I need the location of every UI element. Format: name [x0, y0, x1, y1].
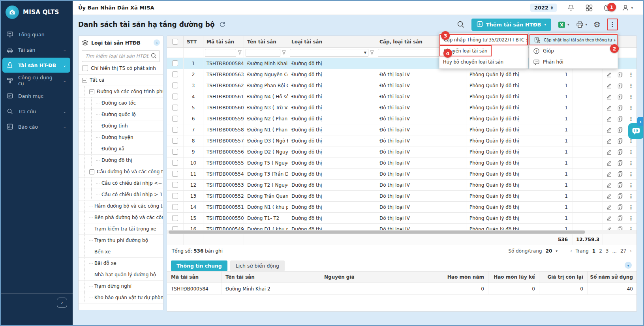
row-checkbox[interactable]	[172, 204, 178, 210]
edit-icon[interactable]	[606, 215, 612, 221]
row-more-icon[interactable]: ⋮	[628, 204, 634, 210]
menu-item-ph-n-h-i[interactable]: Phản hồi	[529, 56, 618, 67]
edit-icon[interactable]	[606, 127, 612, 133]
tree-node[interactable]: Cầu có chiều dài nhịp > 1...	[79, 189, 163, 200]
duplicate-icon[interactable]	[617, 226, 623, 230]
refresh-icon[interactable]	[219, 21, 226, 28]
sidebar-item-danh-m-c[interactable]: Danh mục	[2, 88, 70, 103]
tree-node[interactable]: Trạm thu phí đường bộ	[79, 235, 163, 246]
print-button[interactable]: ▾	[576, 21, 588, 29]
edit-icon[interactable]	[606, 226, 612, 230]
tree-node[interactable]: Đường tỉnh	[79, 120, 163, 132]
edit-icon[interactable]	[606, 71, 612, 78]
duplicate-icon[interactable]	[617, 127, 623, 133]
tree-node[interactable]: Đường đô thị	[79, 155, 163, 166]
submenu-item-h-y-b-chuy-n-lo-i-t-i-s-n[interactable]: Hủy bỏ chuyển loại tài sản	[439, 56, 528, 67]
row-checkbox[interactable]	[172, 215, 178, 221]
tree-collapse-icon[interactable]	[89, 169, 94, 174]
filter-funnel-icon[interactable]	[237, 49, 242, 56]
duplicate-icon[interactable]	[617, 138, 623, 144]
settings-gear-icon[interactable]: ⚙	[593, 21, 601, 28]
duplicate-icon[interactable]	[617, 193, 623, 199]
row-more-icon[interactable]: ⋮	[628, 116, 634, 122]
duplicate-icon[interactable]	[617, 149, 623, 155]
row-more-icon[interactable]: ⋮	[628, 105, 634, 111]
duplicate-icon[interactable]	[617, 204, 623, 210]
select-all-checkbox[interactable]	[172, 39, 178, 45]
tree-node[interactable]: Cầu có chiều dài nhịp <= ...	[79, 178, 163, 189]
sidebar-item-t-i-s-n-ht-b[interactable]: Tài sản HT-ĐB⌄	[2, 58, 70, 73]
sidebar-item-tra-c-u[interactable]: Tra cứu⌄	[2, 104, 70, 119]
horizontal-scrollbar-thumb[interactable]	[169, 230, 585, 234]
duplicate-icon[interactable]	[617, 182, 623, 188]
tree-node[interactable]: Đường xã	[79, 143, 163, 155]
duplicate-icon[interactable]	[617, 71, 623, 78]
add-asset-button[interactable]: Thêm tài sản HTĐB ▾	[471, 19, 551, 31]
row-checkbox[interactable]	[172, 138, 178, 144]
table-row[interactable]: 6TSHTĐB000559Đường N2 ( Phan Trọn...Đườn…	[167, 113, 636, 124]
tree-node[interactable]: Hầm đường bộ và các công tr...	[79, 200, 163, 212]
edit-icon[interactable]	[606, 116, 612, 122]
sidebar-item-t-i-s-n[interactable]: Tài sản⌄	[2, 42, 70, 57]
show-only-active-checkbox[interactable]	[82, 65, 88, 71]
page-number[interactable]: 3	[606, 248, 609, 254]
tree-node[interactable]: Bến phà đường bộ và các côn...	[79, 212, 163, 223]
row-more-icon[interactable]: ⋮	[628, 215, 634, 221]
tree-node[interactable]: Đường cao tốc	[79, 97, 163, 109]
duplicate-icon[interactable]	[617, 116, 623, 122]
next-page-button[interactable]: ›	[630, 248, 632, 254]
row-more-icon[interactable]: ⋮	[628, 226, 634, 230]
tree-collapse-icon[interactable]	[82, 78, 87, 83]
filter-funnel-icon[interactable]	[282, 49, 286, 56]
row-checkbox[interactable]	[172, 226, 178, 230]
sidebar-item-c-ng-c-d-ng-c-[interactable]: Công cụ dụng cụ⌄	[2, 73, 70, 88]
duplicate-icon[interactable]	[617, 215, 623, 221]
table-row[interactable]: 15TSHTĐB000550Đường T1- T2Đường đô thịĐô…	[167, 213, 636, 224]
tree-node[interactable]: Trạm kiểm tra tải trọng xe	[79, 223, 163, 235]
menu-item-c-p-nh-t-lo-i-t-i-s-n-theo-th-ng-t-[interactable]: Cập nhật loại tài sản theo thông tư›	[529, 34, 618, 45]
tree-node[interactable]: Cầu đường bộ và các công trì...	[79, 166, 163, 178]
edit-icon[interactable]	[606, 193, 612, 199]
edit-icon[interactable]	[606, 182, 612, 188]
row-checkbox[interactable]	[172, 71, 178, 77]
asset-type-search-input[interactable]	[82, 50, 160, 62]
table-row[interactable]: 9TSHTĐB000556Đường D2 ( Nguyễn V...Đường…	[167, 146, 636, 157]
column-filter-input[interactable]	[246, 49, 280, 57]
menu-item-gi-p[interactable]: ?Giúp	[529, 45, 618, 56]
prev-page-button[interactable]: ‹	[570, 248, 572, 254]
tab-l-ch-s-bi-n-ng[interactable]: Lịch sử biến động	[230, 260, 285, 271]
row-checkbox[interactable]	[172, 149, 178, 155]
row-checkbox[interactable]	[172, 193, 178, 199]
edit-icon[interactable]	[606, 94, 612, 100]
submenu-item-c-p-nh-p-th-ng-t-35-2022-tt-btc[interactable]: Cập nhập Thông tư 35/2022/TT-BTC›	[439, 34, 528, 45]
table-row[interactable]: 3TSHTĐB000562Đường Phan Bội ChâuĐường đô…	[167, 80, 636, 91]
table-row[interactable]: 7TSHTĐB000558Đường N1 ( Phan Kế T...Đườn…	[167, 124, 636, 135]
tab-th-ng-tin-chung[interactable]: Thông tin chung	[171, 260, 227, 271]
apps-grid-icon[interactable]	[585, 4, 593, 12]
panel-collapse-icon[interactable]: ‹	[154, 39, 160, 46]
row-checkbox[interactable]	[172, 182, 178, 188]
row-checkbox[interactable]	[172, 82, 178, 88]
table-row[interactable]: 2TSHTĐB000563Đường Nguyễn Công ...Đường …	[167, 69, 636, 80]
tree-node[interactable]: Đường quốc lộ	[79, 109, 163, 120]
export-excel-button[interactable]: X ▾	[558, 21, 569, 29]
detail-collapse-icon[interactable]: ▾	[625, 262, 632, 269]
user-menu[interactable]: ▾	[621, 4, 633, 12]
table-row[interactable]: 5TSHTĐB000560Đường N3 ( Trừ Văn T...Đườn…	[167, 102, 636, 113]
sidebar-item-t-ng-quan[interactable]: Tổng quan	[2, 27, 70, 42]
page-number[interactable]: 27	[620, 248, 626, 254]
row-more-icon[interactable]: ⋮	[628, 71, 634, 78]
table-row[interactable]: 13TSHTĐB000552Đường Trần Quang Kh...Đườn…	[167, 191, 636, 202]
row-more-icon[interactable]: ⋮	[628, 149, 634, 155]
sidebar-item-b-o-c-o[interactable]: Báo cáo⌄	[2, 119, 70, 134]
filter-funnel-icon[interactable]	[370, 49, 374, 56]
sidebar-collapse-button[interactable]: ‹	[57, 298, 67, 308]
tree-node[interactable]: Trạm dừng nghỉ	[79, 281, 163, 292]
edit-icon[interactable]	[606, 204, 612, 210]
row-checkbox[interactable]	[172, 116, 178, 122]
row-more-icon[interactable]: ⋮	[628, 160, 634, 166]
side-expand-tab[interactable]: ›	[637, 117, 644, 126]
notification-bell-icon[interactable]	[567, 4, 575, 12]
table-row[interactable]: 14TSHTĐB000551Đường N1 ( khu phụ tr...Đư…	[167, 202, 636, 213]
row-checkbox[interactable]	[172, 171, 178, 177]
